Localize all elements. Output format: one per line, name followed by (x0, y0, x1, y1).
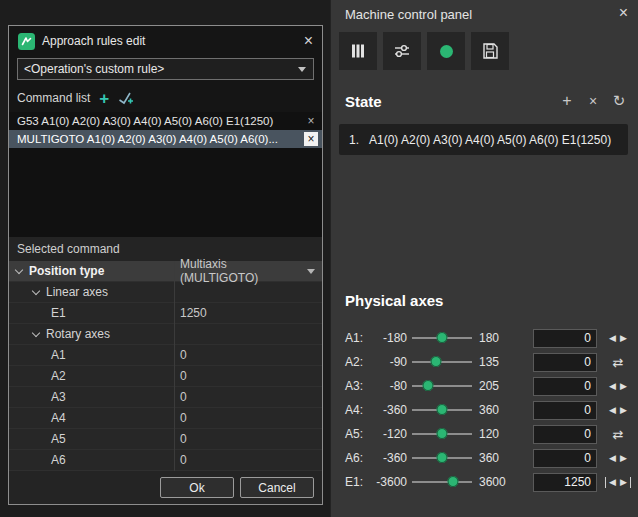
rule-dropdown[interactable]: <Operation's custom rule> (17, 58, 314, 80)
delete-state-icon[interactable]: × (580, 90, 606, 112)
slider-thumb[interactable] (447, 476, 458, 487)
command-list-label: Command list (17, 91, 90, 105)
step-left-icon[interactable]: ◀ (607, 453, 618, 464)
group-row-rotary-axes[interactable]: Rotary axes (9, 324, 322, 345)
axis-slider[interactable] (411, 326, 473, 350)
property-row-a1[interactable]: A1 0 (9, 345, 322, 366)
command-text: G53 A1(0) A2(0) A3(0) A4(0) A5(0) A6(0) … (17, 115, 304, 127)
slider-thumb[interactable] (437, 428, 448, 439)
record-state-button[interactable] (427, 32, 465, 70)
axis-value-input[interactable] (533, 401, 597, 420)
dialog-buttons: Ok Cancel (9, 471, 322, 498)
axis-min: -360 (371, 403, 407, 417)
ok-button[interactable]: Ok (160, 477, 234, 498)
property-value: 0 (174, 432, 322, 446)
close-icon[interactable]: × (304, 32, 313, 50)
axis-row-a6: A6: -360 360 ◀ ▶ (331, 446, 638, 470)
axis-value-input[interactable] (533, 377, 597, 396)
property-row-a4[interactable]: A4 0 (9, 408, 322, 429)
go-to-max-limit-icon[interactable]: ▶ (618, 477, 631, 488)
property-row-e1[interactable]: E1 1250 (9, 303, 322, 324)
property-row-a5[interactable]: A5 0 (9, 429, 322, 450)
axis-row-a4: A4: -360 360 ◀ ▶ (331, 398, 638, 422)
property-value-dropdown[interactable]: Multiaxis (MULTIGOTO) (174, 257, 322, 285)
step-left-icon[interactable]: ◀ (607, 405, 618, 416)
command-list-header: Command list + (9, 86, 322, 110)
settings-sliders-button[interactable] (383, 32, 421, 70)
slider-track (412, 361, 472, 363)
property-name: A1 (51, 348, 66, 362)
axis-row-a2: A2: -90 135 ⇄ (331, 350, 638, 374)
save-button[interactable] (471, 32, 509, 70)
physical-axes-heading: Physical axes (345, 292, 443, 309)
group-name: Rotary axes (46, 327, 110, 341)
step-right-icon[interactable]: ▶ (618, 453, 629, 464)
state-item-text: A1(0) A2(0) A3(0) A4(0) A5(0) A6(0) E1(1… (369, 133, 611, 147)
property-value: 0 (174, 411, 322, 425)
axis-controls: ◀ ▶ (600, 477, 636, 488)
command-row[interactable]: G53 A1(0) A2(0) A3(0) A4(0) A5(0) A6(0) … (9, 112, 322, 130)
property-row-a6[interactable]: A6 0 (9, 450, 322, 471)
state-list-item[interactable]: 1. A1(0) A2(0) A3(0) A4(0) A5(0) A6(0) E… (339, 124, 628, 155)
axis-value-input[interactable] (533, 449, 597, 468)
axis-row-a5: A5: -120 120 ⇄ (331, 422, 638, 446)
property-value: Multiaxis (MULTIGOTO) (180, 257, 307, 285)
step-right-icon[interactable]: ▶ (618, 405, 629, 416)
cancel-button[interactable]: Cancel (240, 477, 314, 498)
axis-value-input[interactable] (533, 425, 597, 444)
chevron-down-icon (32, 329, 40, 337)
property-value: 1250 (174, 306, 322, 320)
close-icon[interactable]: × (619, 4, 628, 22)
axis-max: 360 (479, 451, 519, 465)
continuous-rotation-icon[interactable]: ⇄ (611, 427, 626, 442)
axis-slider[interactable] (411, 422, 473, 446)
slider-thumb[interactable] (430, 356, 441, 367)
slider-thumb[interactable] (437, 332, 448, 343)
axis-slider[interactable] (411, 398, 473, 422)
slider-thumb[interactable] (423, 380, 434, 391)
axis-slider[interactable] (411, 374, 473, 398)
insert-command-icon[interactable] (118, 91, 134, 105)
axis-value-input[interactable] (533, 473, 597, 492)
step-right-icon[interactable]: ▶ (618, 381, 629, 392)
axis-controls: ◀ ▶ (600, 405, 636, 416)
reset-state-icon[interactable]: ↻ (606, 90, 632, 112)
axis-slider[interactable] (411, 350, 473, 374)
panel-title: Machine control panel (345, 7, 608, 22)
dialog-lower-section: Selected command Position type Multiaxis… (9, 237, 322, 504)
property-row-position-type[interactable]: Position type Multiaxis (MULTIGOTO) (9, 261, 322, 282)
sliders-icon (392, 41, 412, 61)
axis-controls: ◀ ▶ (600, 333, 636, 344)
property-name: A2 (51, 369, 66, 383)
command-row-selected[interactable]: MULTIGOTO A1(0) A2(0) A3(0) A4(0) A5(0) … (9, 130, 322, 148)
axis-max: 180 (479, 331, 519, 345)
add-command-icon[interactable]: + (99, 90, 109, 107)
axis-slider[interactable] (411, 470, 473, 494)
columns-icon (349, 42, 367, 60)
axis-value-input[interactable] (533, 353, 597, 372)
state-item-index: 1. (349, 133, 369, 147)
continuous-rotation-icon[interactable]: ⇄ (611, 355, 626, 370)
property-name: Position type (29, 264, 104, 278)
remove-command-icon[interactable]: × (304, 114, 318, 128)
axis-max: 120 (479, 427, 519, 441)
app-logo-icon (18, 33, 35, 50)
dialog-titlebar: Approach rules edit × (9, 26, 322, 56)
step-right-icon[interactable]: ▶ (618, 333, 629, 344)
slider-thumb[interactable] (437, 452, 448, 463)
remove-command-icon[interactable]: × (304, 132, 318, 146)
columns-view-button[interactable] (339, 32, 377, 70)
axis-controls: ⇄ (600, 427, 636, 442)
property-row-a2[interactable]: A2 0 (9, 366, 322, 387)
go-to-min-limit-icon[interactable]: ◀ (605, 477, 618, 488)
group-row-linear-axes[interactable]: Linear axes (9, 282, 322, 303)
step-left-icon[interactable]: ◀ (607, 381, 618, 392)
property-row-a3[interactable]: A3 0 (9, 387, 322, 408)
axis-slider[interactable] (411, 446, 473, 470)
axis-value-input[interactable] (533, 329, 597, 348)
slider-thumb[interactable] (437, 404, 448, 415)
add-state-icon[interactable]: + (554, 90, 580, 112)
axis-row-a1: A1: -180 180 ◀ ▶ (331, 326, 638, 350)
green-dot-icon (440, 45, 453, 58)
step-left-icon[interactable]: ◀ (607, 333, 618, 344)
